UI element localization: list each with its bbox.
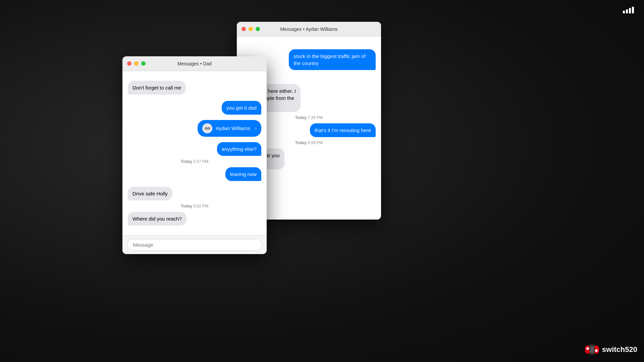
dad-window-title: Messages • Dad: [177, 61, 212, 66]
dad-maximize-button[interactable]: [141, 61, 146, 66]
aydan-titlebar: Messages • Aydan Williams: [237, 22, 381, 37]
dad-msg-leaving: leaving now: [225, 167, 261, 181]
aydan-window-title: Messages • Aydan Williams: [280, 26, 337, 32]
svg-rect-1: [586, 347, 589, 350]
aydan-msg-rerouting: that's it I'm rerouting here: [310, 123, 376, 137]
aydan-window-buttons: [241, 27, 260, 31]
signal-bar-4: [632, 7, 634, 13]
signal-bar-2: [626, 9, 628, 13]
dad-input-bar: [122, 235, 267, 254]
contact-name: Aydan Williams: [216, 125, 250, 131]
aydan-close-button[interactable]: [241, 27, 246, 31]
dad-titlebar: Messages • Dad: [122, 56, 267, 71]
aydan-minimize-button[interactable]: [249, 27, 253, 31]
switch-watermark-text: switch520: [602, 345, 637, 354]
window-dad: Messages • Dad Don't forget to call me y…: [122, 56, 267, 254]
dad-msg-reach: Where did you reach?: [128, 212, 186, 226]
svg-rect-3: [595, 349, 598, 352]
dad-msg-anything: anyything else?: [217, 142, 261, 156]
dad-minimize-button[interactable]: [134, 61, 139, 66]
dad-timestamp1: Today 5:47 PM: [128, 159, 261, 164]
dad-msg-gotit: you got it dad: [222, 101, 261, 115]
dad-msg-drivesafe: Drive safe Holly: [128, 187, 172, 200]
dad-message-input[interactable]: [127, 239, 262, 251]
switch-watermark: switch520: [585, 344, 637, 355]
dad-msg-call: Don't forget to call me: [128, 81, 186, 95]
dad-contact-bubble[interactable]: AW Aydan Williams ›: [198, 120, 261, 137]
signal-bar-3: [629, 8, 631, 13]
chevron-right-icon: ›: [255, 125, 257, 131]
contact-avatar: AW: [202, 123, 212, 133]
svg-rect-5: [590, 347, 594, 353]
aydan-maximize-button[interactable]: [256, 27, 260, 31]
aydan-msg-traffic: stuck in the biggest traffic jam of the …: [289, 49, 376, 70]
dad-messages-area[interactable]: Don't forget to call me you got it dad A…: [122, 71, 267, 235]
signal-bar-1: [623, 11, 625, 13]
signal-bars: [623, 7, 634, 13]
dad-close-button[interactable]: [127, 61, 131, 66]
dad-window-buttons: [127, 61, 146, 66]
dad-timestamp2: Today 9:02 PM: [128, 204, 261, 208]
switch-logo-icon: [585, 344, 599, 355]
